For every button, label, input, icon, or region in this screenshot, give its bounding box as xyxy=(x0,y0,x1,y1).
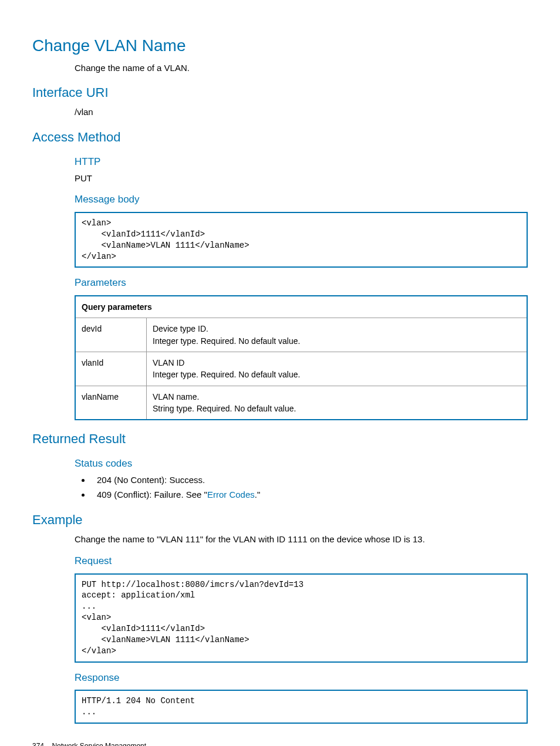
example-description: Change the name to "VLAN 111" for the VL… xyxy=(75,533,528,546)
response-code: HTTP/1.1 204 No Content ... xyxy=(75,690,528,724)
table-row: vlanId VLAN ID Integer type. Required. N… xyxy=(75,352,527,386)
heading-parameters: Parameters xyxy=(75,276,528,291)
page-description: Change the name of a VLAN. xyxy=(75,62,528,75)
heading-response: Response xyxy=(75,671,528,686)
heading-message-body: Message body xyxy=(75,193,528,207)
status-codes-list: 204 (No Content): Success. 409 (Conflict… xyxy=(32,474,528,502)
param-name: vlanName xyxy=(75,386,147,420)
table-row: devId Device type ID. Integer type. Requ… xyxy=(75,318,527,352)
heading-returned-result: Returned Result xyxy=(32,430,528,448)
http-method-value: PUT xyxy=(75,172,528,185)
interface-uri-value: /vlan xyxy=(75,106,528,119)
heading-access-method: Access Method xyxy=(32,128,528,147)
page-title: Change VLAN Name xyxy=(32,34,528,58)
footer-section: Network Service Management xyxy=(52,742,146,746)
page-number: 374 xyxy=(32,742,44,746)
heading-interface-uri: Interface URI xyxy=(32,83,528,102)
message-body-code: <vlan> <vlanId>1111</vlanId> <vlanName>V… xyxy=(75,212,528,268)
parameters-table: Query parameters devId Device type ID. I… xyxy=(75,295,528,420)
param-name: vlanId xyxy=(75,352,147,386)
parameters-table-header: Query parameters xyxy=(75,296,527,318)
heading-request: Request xyxy=(75,554,528,569)
page-footer: 374 Network Service Management xyxy=(32,741,528,746)
param-desc: VLAN ID Integer type. Required. No defau… xyxy=(147,352,528,386)
table-row: vlanName VLAN name. String type. Require… xyxy=(75,386,527,420)
param-desc: VLAN name. String type. Required. No def… xyxy=(147,386,528,420)
error-codes-link[interactable]: Error Codes xyxy=(207,490,255,499)
heading-example: Example xyxy=(32,511,528,529)
param-desc: Device type ID. Integer type. Required. … xyxy=(147,318,528,352)
list-item: 204 (No Content): Success. xyxy=(91,474,528,487)
param-name: devId xyxy=(75,318,147,352)
heading-status-codes: Status codes xyxy=(75,457,528,471)
heading-http: HTTP xyxy=(75,155,528,170)
request-code: PUT http://localhost:8080/imcrs/vlan?dev… xyxy=(75,573,528,663)
list-item: 409 (Conflict): Failure. See "Error Code… xyxy=(91,488,528,501)
